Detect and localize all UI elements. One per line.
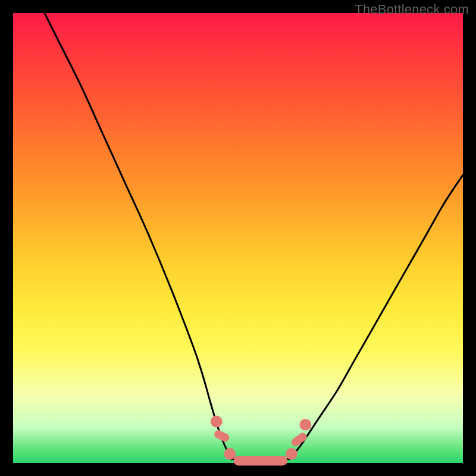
marker-dot-4 <box>286 448 298 460</box>
marker-group <box>211 416 311 466</box>
curve-group <box>45 13 463 461</box>
outer-frame: TheBottleneck.com <box>0 0 476 476</box>
marker-dot-0 <box>211 416 223 428</box>
chart-svg <box>13 13 463 463</box>
marker-pill-1 <box>213 429 231 443</box>
marker-pill-3 <box>233 456 287 466</box>
plot-area <box>13 13 463 463</box>
marker-dot-2 <box>224 448 236 460</box>
watermark-text: TheBottleneck.com <box>355 2 469 17</box>
marker-dot-6 <box>300 419 312 431</box>
bottleneck-curve <box>45 13 463 461</box>
marker-pill-5 <box>290 431 308 448</box>
